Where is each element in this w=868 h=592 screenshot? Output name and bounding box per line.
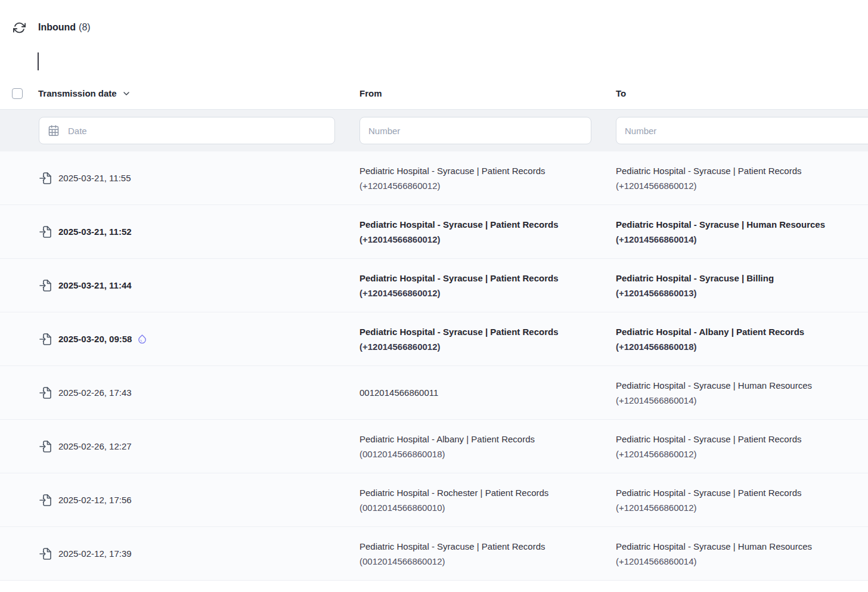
cell-transmission-date: 2025-02-26, 12:27	[0, 440, 359, 453]
header-cell-from: From	[359, 88, 616, 99]
page-title-count: (8)	[79, 22, 91, 32]
transmission-date-text: 2025-02-26, 17:43	[58, 388, 132, 398]
transmission-date-text: 2025-02-26, 12:27	[58, 441, 132, 451]
cell-to: Pediatric Hospital - Syracuse | Patient …	[616, 432, 868, 461]
to-name-text: Pediatric Hospital - Albany | Patient Re…	[616, 324, 868, 339]
to-name-text: Pediatric Hospital - Syracuse | Patient …	[616, 432, 868, 447]
filter-cell-from	[359, 117, 616, 144]
inbound-fax-document-icon	[39, 547, 52, 560]
table-row[interactable]: 2025-03-21, 11:55 Pediatric Hospital - S…	[0, 151, 868, 205]
column-header-from: From	[359, 88, 382, 98]
inbound-fax-document-icon	[39, 279, 52, 292]
to-name-text: Pediatric Hospital - Syracuse | Human Re…	[616, 217, 868, 232]
cell-to: Pediatric Hospital - Syracuse | Human Re…	[616, 217, 868, 247]
table-row[interactable]: 2025-02-26, 17:43 0012014566860011 Pedia…	[0, 366, 868, 420]
table-body: 2025-03-21, 11:55 Pediatric Hospital - S…	[0, 151, 868, 581]
transmission-date-text: 2025-03-21, 11:55	[58, 173, 131, 183]
column-header-to: To	[616, 88, 626, 98]
from-number-text: (0012014566860018)	[359, 447, 602, 461]
refresh-button[interactable]	[12, 20, 26, 35]
to-number-filter-input[interactable]	[625, 126, 868, 136]
from-number-text: (+12014566860012)	[359, 339, 602, 354]
cell-transmission-date: 2025-02-26, 17:43	[0, 386, 359, 399]
cell-to: Pediatric Hospital - Syracuse | Patient …	[616, 485, 868, 515]
from-number-text: (+12014566860012)	[359, 286, 602, 300]
inbound-fax-document-icon	[39, 440, 52, 453]
to-name-text: Pediatric Hospital - Syracuse | Billing	[616, 271, 868, 286]
from-name-text: Pediatric Hospital - Albany | Patient Re…	[359, 432, 602, 447]
cell-from: Pediatric Hospital - Syracuse | Patient …	[359, 271, 616, 300]
from-name-text: Pediatric Hospital - Rochester | Patient…	[359, 485, 602, 500]
to-number-text: (+12014566860012)	[616, 500, 868, 515]
from-number-filter-input[interactable]	[368, 126, 582, 136]
cell-transmission-date: 2025-03-20, 09:58	[0, 333, 359, 346]
filter-row	[0, 109, 868, 151]
cell-to: Pediatric Hospital - Syracuse | Human Re…	[616, 378, 868, 408]
cell-to: Pediatric Hospital - Albany | Patient Re…	[616, 324, 868, 354]
page-title: Inbound(8)	[38, 22, 91, 33]
inbound-fax-document-icon	[39, 333, 52, 346]
cell-from: 0012014566860011	[359, 385, 616, 400]
cell-to: Pediatric Hospital - Syracuse | Human Re…	[616, 539, 868, 569]
from-number-filter-field[interactable]	[359, 117, 591, 144]
cell-transmission-date: 2025-03-21, 11:44	[0, 279, 359, 292]
to-name-text: Pediatric Hospital - Syracuse | Patient …	[616, 163, 868, 178]
table-row[interactable]: 2025-02-12, 17:39 Pediatric Hospital - S…	[0, 527, 868, 581]
cell-to: Pediatric Hospital - Syracuse | Patient …	[616, 163, 868, 193]
cell-to: Pediatric Hospital - Syracuse | Billing …	[616, 271, 868, 300]
select-all-checkbox[interactable]	[12, 88, 23, 99]
transmission-date-text: 2025-03-20, 09:58	[58, 334, 132, 344]
from-name-text: Pediatric Hospital - Syracuse | Patient …	[359, 539, 602, 554]
calendar-icon	[48, 125, 60, 137]
cell-from: Pediatric Hospital - Rochester | Patient…	[359, 485, 616, 515]
to-name-text: Pediatric Hospital - Syracuse | Patient …	[616, 485, 868, 500]
cell-from: Pediatric Hospital - Syracuse | Patient …	[359, 324, 616, 354]
from-name-text: 0012014566860011	[359, 385, 602, 400]
to-number-text: (+12014566860018)	[616, 339, 868, 354]
cell-from: Pediatric Hospital - Syracuse | Patient …	[359, 539, 616, 569]
to-name-text: Pediatric Hospital - Syracuse | Human Re…	[616, 539, 868, 554]
cell-from: Pediatric Hospital - Albany | Patient Re…	[359, 432, 616, 461]
transmission-date-text: 2025-03-21, 11:44	[58, 280, 132, 290]
page-title-text: Inbound	[38, 22, 76, 32]
filter-cell-date	[0, 117, 359, 144]
date-filter-input[interactable]	[68, 126, 326, 136]
from-name-text: Pediatric Hospital - Syracuse | Patient …	[359, 324, 602, 339]
from-number-text: (0012014566860012)	[359, 554, 602, 569]
text-cursor-caret	[38, 52, 39, 70]
transmission-date-text: 2025-03-21, 11:52	[58, 227, 132, 237]
from-name-text: Pediatric Hospital - Syracuse | Patient …	[359, 271, 602, 286]
table-row[interactable]: 2025-03-20, 09:58 Pediatric Hospital - S…	[0, 312, 868, 366]
inbound-fax-document-icon	[39, 494, 52, 507]
table-row[interactable]: 2025-03-21, 11:44 Pediatric Hospital - S…	[0, 259, 868, 312]
transmission-date-text: 2025-02-12, 17:56	[58, 495, 132, 505]
cell-transmission-date: 2025-02-12, 17:39	[0, 547, 359, 560]
to-number-text: (+12014566860012)	[616, 178, 868, 193]
toolbar: Inbound(8)	[0, 0, 868, 37]
cell-transmission-date: 2025-03-21, 11:55	[0, 172, 359, 185]
from-number-text: (+12014566860012)	[359, 178, 602, 193]
from-name-text: Pediatric Hospital - Syracuse | Patient …	[359, 217, 602, 232]
table-row[interactable]: 2025-02-26, 12:27 Pediatric Hospital - A…	[0, 420, 868, 473]
table-row[interactable]: 2025-02-12, 17:56 Pediatric Hospital - R…	[0, 473, 868, 527]
header-cell-transmission-date: Transmission date	[0, 88, 359, 99]
to-number-text: (+12014566860012)	[616, 447, 868, 461]
to-number-text: (+12014566860014)	[616, 393, 868, 408]
table-row[interactable]: 2025-03-21, 11:52 Pediatric Hospital - S…	[0, 205, 868, 259]
chevron-down-icon[interactable]	[122, 89, 131, 98]
cell-transmission-date: 2025-02-12, 17:56	[0, 494, 359, 507]
cell-from: Pediatric Hospital - Syracuse | Patient …	[359, 163, 616, 193]
from-number-text: (+12014566860012)	[359, 232, 602, 247]
header-cell-to: To	[616, 88, 868, 99]
refresh-icon	[13, 21, 26, 34]
column-header-transmission-date[interactable]: Transmission date	[38, 88, 117, 98]
to-number-text: (+12014566860013)	[616, 286, 868, 300]
date-filter-field[interactable]	[39, 117, 335, 144]
from-name-text: Pediatric Hospital - Syracuse | Patient …	[359, 163, 602, 178]
from-number-text: (0012014566860010)	[359, 500, 602, 515]
table-header-row: Transmission date From To	[0, 78, 868, 109]
to-number-text: (+12014566860014)	[616, 554, 868, 569]
inbound-fax-document-icon	[39, 386, 52, 399]
cell-from: Pediatric Hospital - Syracuse | Patient …	[359, 217, 616, 247]
to-number-filter-field[interactable]	[616, 117, 868, 144]
